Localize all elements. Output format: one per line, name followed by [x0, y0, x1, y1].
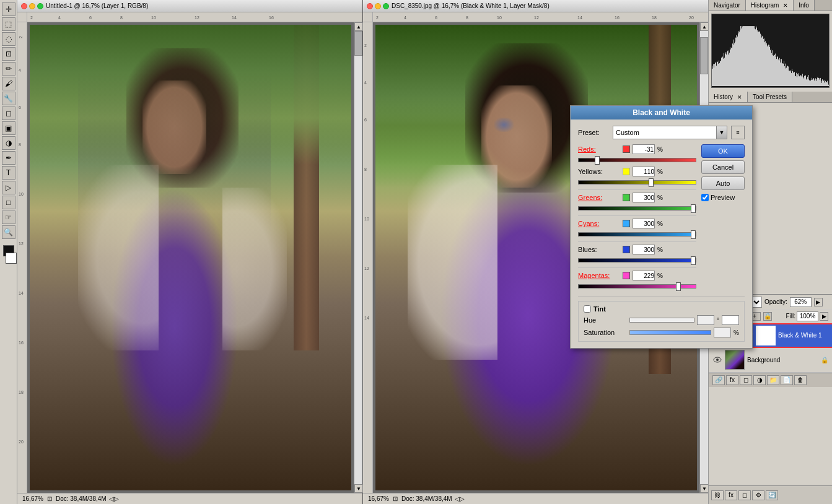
auto-button[interactable]: Auto — [701, 176, 745, 190]
status-icon-1[interactable]: ⊡ — [47, 495, 52, 502]
magentas-thumb[interactable] — [676, 282, 681, 291]
layer-delete-btn[interactable]: 🗑 — [794, 375, 807, 385]
tool-shape[interactable]: □ — [2, 196, 15, 209]
layer-adjustment-btn[interactable]: ◑ — [753, 375, 766, 385]
layer-item-bg[interactable]: Background 🔒 — [709, 348, 832, 373]
opacity-arrow[interactable]: ▶ — [814, 298, 823, 306]
close-history[interactable]: ✕ — [737, 94, 742, 100]
close-btn-2[interactable] — [367, 3, 373, 9]
bottom-btn-2[interactable]: fx — [725, 490, 737, 500]
lock-position[interactable]: + — [752, 312, 761, 321]
tool-eyedropper[interactable]: ✏ — [2, 62, 15, 76]
layer-name-bw1: Black & White 1 — [778, 332, 828, 339]
fill-arrow[interactable]: ▶ — [820, 312, 828, 321]
scroll-h-1[interactable]: ◁▷ — [109, 495, 119, 502]
cancel-button[interactable]: Cancel — [701, 160, 745, 174]
scroll-up-1[interactable]: ▲ — [354, 22, 363, 31]
background-color[interactable] — [6, 253, 17, 264]
doc-info-1: Doc: 38,4M/38,4M — [56, 495, 107, 502]
scroll-thumb-2[interactable] — [700, 37, 708, 74]
bottom-btn-5[interactable]: 🔄 — [766, 490, 778, 500]
tint-label: Tint — [593, 305, 606, 313]
tab-info[interactable]: Info — [794, 0, 815, 11]
scroll-up-2[interactable]: ▲ — [700, 22, 708, 31]
doc-titlebar-2: DSC_8350.jpg @ 16,7% (Black & White 1, L… — [363, 0, 708, 12]
bottom-btn-3[interactable]: ◻ — [738, 490, 751, 500]
fill-input[interactable] — [797, 311, 818, 321]
yellows-value-input[interactable] — [633, 167, 655, 176]
hue-degree: ° — [717, 317, 719, 324]
scroll-thumb-1[interactable] — [354, 31, 362, 56]
lock-all[interactable]: 🔒 — [763, 312, 772, 321]
eye-icon-bg[interactable] — [712, 355, 722, 365]
preset-dropdown-arrow[interactable]: ▼ — [716, 126, 727, 139]
scroll-down-2[interactable]: ▼ — [700, 484, 708, 493]
layer-fx-btn[interactable]: fx — [726, 375, 738, 385]
panel-bottom: ⛓ fx ◻ ⚙ 🔄 — [709, 485, 832, 504]
max-btn-2[interactable] — [383, 3, 389, 9]
tool-lasso[interactable]: ◌ — [2, 32, 15, 46]
cyans-label[interactable]: Cyans: — [578, 220, 620, 227]
greens-thumb[interactable] — [691, 204, 696, 213]
tool-path[interactable]: ▷ — [2, 181, 15, 194]
hue-track — [629, 318, 694, 323]
max-btn-1[interactable] — [37, 3, 43, 9]
tool-dodge[interactable]: ◑ — [2, 136, 15, 150]
tool-pen[interactable]: ✒ — [2, 151, 15, 165]
bottom-btn-4[interactable]: ⚙ — [752, 490, 764, 500]
min-btn-1[interactable] — [29, 3, 35, 9]
svg-text:20: 20 — [19, 440, 24, 444]
tool-zoom[interactable]: 🔍 — [2, 225, 15, 239]
svg-text:6: 6 — [19, 105, 21, 110]
canvas-1 — [27, 22, 354, 493]
tool-select[interactable]: ⬚ — [2, 17, 15, 31]
blues-value-input[interactable] — [633, 245, 655, 254]
preview-checkbox[interactable] — [701, 194, 709, 201]
ok-button[interactable]: OK — [701, 144, 745, 158]
layer-new-btn[interactable]: 📄 — [781, 375, 793, 385]
preset-value[interactable]: Custom — [613, 126, 716, 139]
scrollbar-v-1[interactable]: ▲ ▼ — [354, 22, 362, 493]
close-btn-1[interactable] — [21, 3, 27, 9]
tint-checkbox[interactable] — [584, 305, 591, 313]
tool-hand[interactable]: ☞ — [2, 211, 15, 224]
tint-header: Tint — [584, 305, 739, 313]
tool-crop[interactable]: ⊡ — [2, 47, 15, 61]
status-bar-2: 16,67% ⊡ Doc: 38,4M/38,4M ◁▷ — [363, 493, 708, 504]
tab-history[interactable]: History ✕ — [709, 92, 748, 102]
layer-group-btn[interactable]: 📁 — [767, 375, 779, 385]
svg-text:14: 14 — [19, 291, 24, 295]
tool-eraser[interactable]: ◻ — [2, 106, 15, 120]
tab-tool-presets[interactable]: Tool Presets — [748, 92, 792, 102]
scroll-down-1[interactable]: ▼ — [354, 484, 363, 493]
tool-gradient[interactable]: ▣ — [2, 121, 15, 135]
reds-label[interactable]: Reds: — [578, 146, 620, 153]
status-icon-2[interactable]: ⊡ — [393, 495, 398, 502]
opacity-input[interactable] — [790, 297, 812, 307]
tool-type[interactable]: T — [2, 166, 15, 180]
layer-link-btn[interactable]: 🔗 — [712, 375, 725, 385]
reds-value-input[interactable] — [633, 144, 655, 154]
cyans-value-input[interactable] — [633, 219, 655, 228]
tool-brush[interactable]: 🖌 — [2, 77, 15, 90]
tool-clone[interactable]: 🔧 — [2, 92, 15, 105]
layer-mask-btn[interactable]: ◻ — [740, 375, 752, 385]
preset-menu-button[interactable]: ≡ — [731, 126, 745, 139]
tool-move[interactable]: ✛ — [2, 2, 15, 16]
magentas-value-input[interactable] — [633, 271, 655, 280]
min-btn-2[interactable] — [375, 3, 381, 9]
reds-thumb[interactable] — [595, 156, 600, 165]
close-histogram[interactable]: ✕ — [783, 2, 788, 9]
greens-value-input[interactable] — [633, 193, 655, 202]
scroll-h-2[interactable]: ◁▷ — [455, 495, 465, 502]
magentas-label[interactable]: Magentas: — [578, 272, 620, 279]
yellows-thumb[interactable] — [649, 178, 654, 187]
hue-swatch — [722, 315, 739, 325]
tint-section: Tint Hue ° Saturation % — [578, 301, 745, 342]
tab-histogram[interactable]: Histogram ✕ — [746, 0, 794, 11]
cyans-thumb[interactable] — [691, 230, 696, 239]
bottom-btn-1[interactable]: ⛓ — [711, 490, 724, 500]
tab-navigator[interactable]: Navigator — [709, 0, 746, 11]
greens-label[interactable]: Greens: — [578, 194, 620, 201]
blues-thumb[interactable] — [691, 256, 696, 265]
